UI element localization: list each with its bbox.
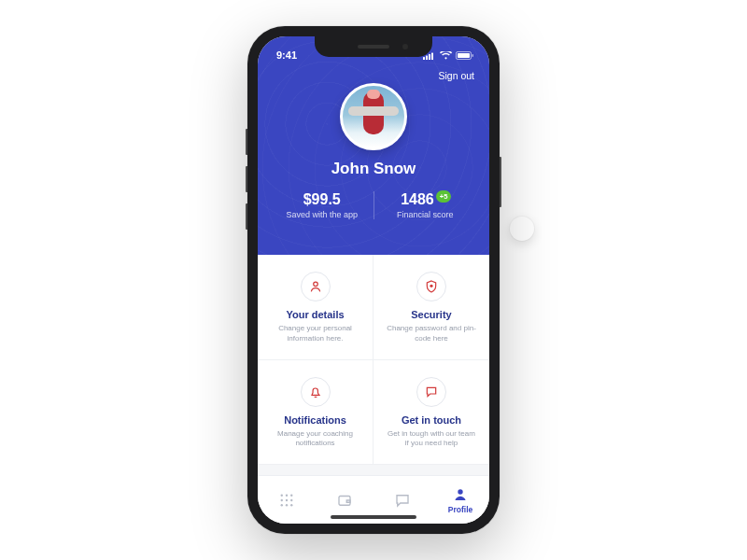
wallet-icon	[336, 492, 353, 509]
username: John Snow	[271, 160, 476, 178]
profile-icon	[452, 486, 469, 503]
card-desc: Change password and pin-code here	[387, 324, 476, 344]
stat-score-value: 1486	[401, 191, 434, 207]
card-title: Notifications	[271, 414, 359, 426]
profile-header: 9:41 Sign out John Snow $99.5 Saved with…	[258, 36, 489, 255]
home-indicator[interactable]	[331, 515, 416, 519]
sign-out-link[interactable]: Sign out	[438, 70, 474, 81]
svg-rect-2	[429, 54, 430, 60]
stat-saved-label: Saved with the app	[271, 210, 374, 219]
card-security[interactable]: Security Change password and pin-code he…	[374, 255, 489, 360]
svg-rect-3	[431, 52, 433, 60]
svg-point-17	[290, 504, 292, 506]
score-delta-badge: +5	[436, 190, 452, 203]
message-icon	[394, 492, 411, 509]
stats-row: $99.5 Saved with the app 1486+5 Financia…	[271, 191, 476, 219]
svg-point-13	[286, 498, 288, 500]
card-desc: Manage your coaching notifications	[271, 429, 359, 450]
card-notifications[interactable]: Notifications Manage your coaching notif…	[258, 360, 374, 466]
avatar[interactable]	[340, 83, 407, 150]
wifi-icon	[440, 51, 452, 60]
svg-point-11	[290, 494, 292, 496]
svg-point-8	[430, 285, 432, 287]
grid-icon	[278, 492, 295, 509]
stat-score-label: Financial score	[374, 210, 477, 219]
svg-point-12	[281, 498, 283, 500]
settings-grid: Your details Change your personal inform…	[258, 255, 489, 465]
phone-frame: 9:41 Sign out John Snow $99.5 Saved with…	[247, 26, 500, 534]
status-icons	[423, 51, 476, 60]
stat-saved-value: $99.5	[271, 191, 374, 208]
floating-dot	[510, 217, 534, 241]
stat-saved[interactable]: $99.5 Saved with the app	[271, 191, 374, 219]
screen: 9:41 Sign out John Snow $99.5 Saved with…	[258, 36, 489, 524]
svg-point-19	[458, 489, 462, 494]
svg-rect-1	[426, 55, 428, 60]
card-get-in-touch[interactable]: Get in touch Get in tough with our team …	[374, 360, 489, 466]
svg-point-10	[286, 494, 288, 496]
stat-score[interactable]: 1486+5 Financial score	[374, 191, 477, 219]
svg-point-9	[281, 494, 283, 496]
svg-point-14	[290, 498, 292, 500]
svg-point-16	[286, 504, 288, 506]
svg-rect-5	[458, 53, 470, 58]
bell-icon	[301, 377, 331, 407]
shield-icon	[416, 272, 446, 301]
svg-point-15	[281, 504, 283, 506]
tab-profile[interactable]: Profile	[431, 476, 489, 524]
chat-icon	[416, 377, 446, 407]
card-title: Security	[387, 309, 476, 320]
svg-rect-6	[472, 54, 474, 57]
status-time: 9:41	[271, 49, 297, 61]
card-desc: Get in tough with our team if you need h…	[387, 429, 476, 450]
battery-icon	[456, 51, 474, 60]
person-icon	[301, 272, 331, 301]
tab-profile-label: Profile	[448, 505, 472, 514]
card-desc: Change your personal information here.	[271, 324, 359, 344]
card-title: Your details	[271, 309, 359, 320]
card-your-details[interactable]: Your details Change your personal inform…	[258, 255, 374, 360]
svg-rect-0	[423, 57, 425, 60]
notch	[315, 36, 432, 57]
card-title: Get in touch	[387, 414, 476, 426]
svg-point-7	[313, 282, 317, 287]
tab-apps[interactable]	[258, 476, 316, 524]
